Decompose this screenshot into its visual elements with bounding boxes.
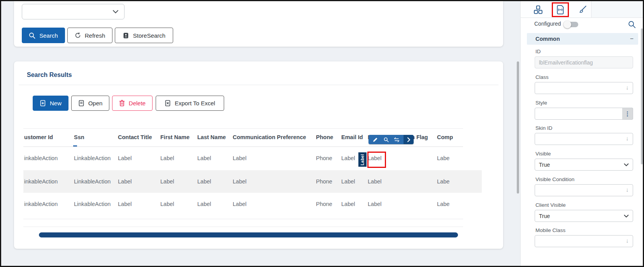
cell-email-verification-flag[interactable]: Label	[368, 193, 381, 215]
selected-widget-type-tag: Label	[358, 152, 367, 167]
cell-contact-title[interactable]: Label	[118, 193, 132, 215]
cell-contact-title[interactable]: Label	[118, 170, 132, 193]
class-field[interactable]	[535, 82, 633, 94]
open-file-icon	[78, 100, 84, 106]
style-field[interactable]	[535, 108, 633, 120]
table-row[interactable]: inkableAction LinkableAction Label Label…	[23, 147, 483, 170]
cell-last-name[interactable]: Label	[197, 193, 211, 215]
cell-email-id[interactable]: Label	[341, 193, 355, 215]
visible-condition-field[interactable]	[535, 184, 633, 196]
style-more-button[interactable]: ⋮	[622, 108, 633, 120]
collapse-icon[interactable]: −	[630, 35, 633, 42]
cell-first-name[interactable]: Label	[160, 193, 174, 215]
col-header-last-name[interactable]: Last Name	[197, 128, 226, 147]
panel-vertical-scrollbar[interactable]	[641, 28, 643, 164]
export-button-label: Export To Excel	[175, 100, 215, 106]
cell-ssn[interactable]: LinkableAction	[74, 147, 111, 170]
id-field	[535, 56, 633, 68]
cell-first-name[interactable]: Label	[160, 147, 174, 170]
cell-email-id[interactable]: Label	[341, 147, 355, 170]
search-field-dropdown[interactable]	[22, 4, 125, 19]
cell-last-name[interactable]: Label	[197, 147, 211, 170]
edit-widget-button[interactable]	[372, 136, 379, 143]
configured-toggle[interactable]	[563, 21, 579, 28]
cell-company[interactable]: Labe	[437, 147, 474, 170]
col-header-company[interactable]: Comp	[437, 128, 474, 147]
client-visible-select[interactable]: True	[535, 210, 633, 222]
col-header-first-name[interactable]: First Name	[160, 128, 190, 147]
cell-contact-title[interactable]: Label	[118, 147, 132, 170]
refresh-button[interactable]: Refresh	[67, 28, 112, 43]
cell-communication-preference[interactable]: Label	[233, 147, 246, 170]
export-to-excel-button[interactable]: Export To Excel	[156, 96, 224, 111]
designer-window: Search Refresh StoreSearch Search Result…	[0, 0, 644, 267]
cell-company[interactable]: Labe	[437, 170, 474, 193]
table-row[interactable]: inkableAction LinkableAction Label Label…	[23, 170, 482, 193]
visible-condition-label: Visible Condition	[535, 176, 574, 182]
cell-communication-preference[interactable]: Label	[233, 170, 246, 193]
active-tab-highlight	[552, 2, 569, 17]
col-header-phone[interactable]: Phone	[316, 128, 333, 147]
client-visible-label: Client Visible	[535, 202, 566, 208]
cell-communication-preference[interactable]: Label	[233, 193, 246, 215]
delete-button[interactable]: Delete	[112, 96, 153, 111]
cell-last-name[interactable]: Label	[197, 170, 211, 193]
tab-structure[interactable]	[533, 5, 543, 15]
cell-ssn[interactable]: LinkableAction	[74, 170, 111, 193]
visible-select[interactable]: True	[535, 159, 633, 171]
storesearch-button[interactable]: StoreSearch	[115, 28, 173, 43]
new-button-label: New	[50, 100, 61, 106]
col-header-customer-id[interactable]: ustomer Id	[24, 128, 53, 147]
search-icon	[628, 21, 636, 28]
col-header-communication-preference[interactable]: Communication Preference	[233, 128, 306, 147]
new-button[interactable]: New	[33, 96, 68, 111]
cell-phone[interactable]: Phone	[316, 170, 332, 193]
tab-bar-divider	[591, 1, 591, 17]
section-common-header[interactable]: Common −	[527, 33, 638, 45]
panel-tab-bar	[521, 1, 644, 18]
tab-bar-spacer	[591, 1, 644, 17]
horizontal-scrollbar[interactable]	[39, 232, 458, 237]
blocks-icon	[534, 5, 542, 14]
col-header-email-id[interactable]: Email Id	[341, 128, 363, 147]
cell-customer-id[interactable]: inkableAction	[24, 170, 58, 193]
cell-customer-id[interactable]: inkableAction	[24, 147, 58, 170]
client-visible-value: True	[539, 213, 550, 219]
tab-style[interactable]	[577, 5, 588, 15]
chevron-down-icon	[624, 163, 629, 166]
widget-action-toolbar	[369, 135, 414, 144]
storesearch-button-label: StoreSearch	[133, 32, 165, 39]
canvas-vertical-scrollbar[interactable]	[517, 61, 519, 194]
move-widget-button[interactable]	[393, 136, 401, 143]
col-header-ssn[interactable]: Ssn	[74, 128, 84, 147]
skin-id-field[interactable]	[535, 133, 633, 145]
cell-first-name[interactable]: Label	[160, 170, 174, 193]
table-row[interactable]: inkableAction LinkableAction Label Label…	[23, 193, 483, 215]
cell-ssn[interactable]: LinkableAction	[74, 193, 111, 215]
cell-customer-id[interactable]: inkableAction	[24, 193, 58, 215]
chevron-down-icon	[624, 215, 629, 218]
visible-value: True	[539, 162, 550, 168]
refresh-button-label: Refresh	[85, 32, 105, 39]
more-actions-button[interactable]	[404, 135, 414, 144]
cell-company[interactable]: Labe	[437, 193, 474, 215]
cell-email-id[interactable]: Label	[341, 170, 355, 193]
style-label: Style	[535, 100, 547, 106]
id-label: ID	[535, 49, 541, 54]
chevron-right-icon	[407, 137, 411, 142]
empty-row-divider	[23, 219, 463, 219]
cell-phone[interactable]: Phone	[316, 193, 332, 215]
panel-search-button[interactable]	[628, 21, 636, 30]
properties-panel: Configured Common − ID Class ↓ Style ⋮ S…	[520, 1, 644, 266]
search-button[interactable]: Search	[22, 28, 65, 43]
inspect-widget-button[interactable]	[382, 136, 390, 143]
selected-widget-highlight	[367, 152, 386, 168]
col-header-contact-title[interactable]: Contact Title	[118, 128, 152, 147]
open-button-label: Open	[88, 100, 103, 106]
mobile-class-field[interactable]	[535, 235, 633, 247]
open-button[interactable]: Open	[71, 96, 109, 111]
widget-toolbar-main	[369, 135, 404, 144]
mobile-class-label: Mobile Class	[535, 227, 565, 233]
cell-email-verification-flag[interactable]: Label	[368, 170, 381, 193]
cell-phone[interactable]: Phone	[316, 147, 332, 170]
